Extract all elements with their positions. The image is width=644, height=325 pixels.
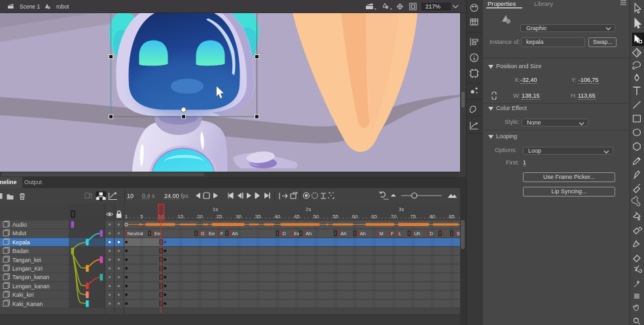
svg-text:0.4 s: 0.4 s: [142, 193, 155, 199]
svg-text:Ee: Ee: [209, 231, 215, 237]
svg-text:1s: 1s: [213, 206, 218, 212]
svg-text:F: F: [391, 231, 394, 237]
svg-text:Tangan_kanan: Tangan_kanan: [12, 274, 50, 280]
svg-text:Ah: Ah: [340, 231, 346, 237]
svg-text:L: L: [399, 231, 401, 237]
svg-text:Kepala: Kepala: [12, 239, 30, 246]
svg-text:M: M: [379, 231, 383, 237]
svg-text:10: 10: [127, 193, 134, 199]
svg-text:F: F: [221, 231, 224, 237]
svg-text:Ah: Ah: [306, 231, 312, 237]
svg-text:Audio: Audio: [12, 221, 27, 228]
svg-text:Lengan_kanan: Lengan_kanan: [12, 283, 50, 290]
svg-text:Badan: Badan: [12, 248, 29, 254]
svg-text:Uh: Uh: [414, 231, 421, 237]
svg-text:D: D: [201, 231, 205, 237]
svg-text:D: D: [282, 231, 286, 237]
svg-text:Ee: Ee: [294, 231, 300, 237]
svg-text:24.00: 24.00: [164, 193, 179, 199]
svg-text:Ah: Ah: [232, 231, 238, 237]
svg-text:Mulut: Mulut: [12, 230, 27, 237]
svg-text:Ah: Ah: [360, 231, 366, 237]
svg-text:D: D: [429, 231, 433, 237]
svg-text:Lengan_Kiri: Lengan_Kiri: [12, 265, 43, 272]
svg-text:2s: 2s: [306, 206, 311, 212]
svg-text:3s: 3s: [399, 206, 404, 212]
svg-text:Tangan_kiri: Tangan_kiri: [12, 257, 41, 263]
svg-text:S: S: [457, 231, 460, 237]
svg-text:Neutral: Neutral: [128, 231, 144, 237]
svg-text:Ee: Ee: [154, 231, 160, 237]
svg-text:Kaki_Kanan: Kaki_Kanan: [12, 301, 43, 307]
svg-text:fps: fps: [181, 193, 189, 199]
svg-text:Kaki_kiri: Kaki_kiri: [12, 292, 34, 298]
